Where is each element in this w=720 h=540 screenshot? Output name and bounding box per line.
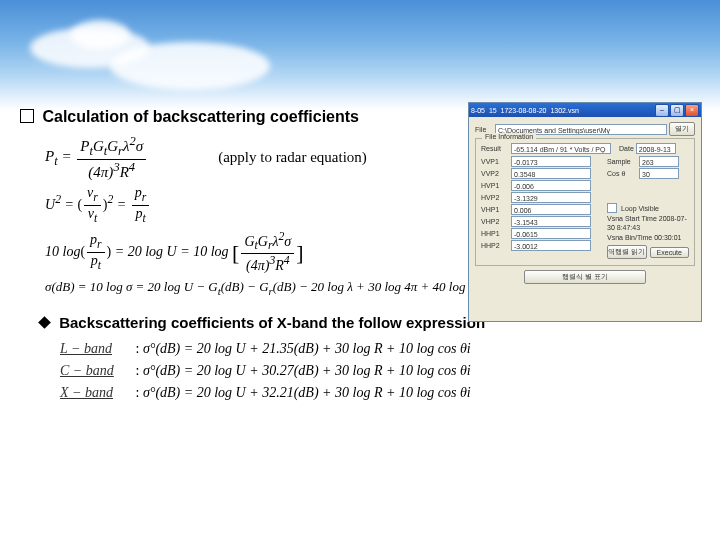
date-label: Date [619, 145, 634, 152]
open-button[interactable]: 열기 [669, 122, 695, 136]
app-window: 8-05_15_1723-08-08-20_1302.vsn – ▢ × Fil… [468, 102, 702, 322]
field-input[interactable]: 0.3548 [511, 168, 591, 179]
close-button[interactable]: × [685, 104, 699, 117]
equation-2: U2 = ( vrvt )2 = prpt [45, 185, 151, 226]
titlebar[interactable]: 8-05_15_1723-08-08-20_1302.vsn – ▢ × [469, 103, 701, 117]
c-band-eq: σ°(dB) = 20 log U + 30.27(dB) + 30 log R… [143, 363, 471, 378]
file-info-panel: File Information Result -65.114 dBm / 91… [475, 138, 695, 266]
apply-note: (apply to radar equation) [218, 149, 367, 166]
date-value[interactable]: 2008-9-13 [636, 143, 676, 154]
equation-4: σ(dB) = 10 log σ = 20 log U − Gt(dB) − G… [45, 279, 477, 297]
heading-text: Calculation of backscattering coefficien… [42, 108, 359, 125]
field-input[interactable]: -3.0012 [511, 240, 591, 251]
field-input[interactable]: -0.0173 [511, 156, 591, 167]
sample-value[interactable]: 263 [639, 156, 679, 167]
diamond-bullet-icon [38, 316, 51, 329]
field-label: HHP1 [481, 230, 509, 237]
vsn-start-label: Vsna Start Time [607, 215, 657, 222]
field-label: HVP1 [481, 182, 509, 189]
loop-checkbox[interactable] [607, 203, 617, 213]
field-input[interactable]: 0.006 [511, 204, 591, 215]
formula-label: Result [481, 145, 509, 152]
field-label: VVP2 [481, 170, 509, 177]
c-band-row: C − band : σ°(dB) = 20 log U + 30.27(dB)… [60, 363, 720, 379]
cos-label: Cos θ [607, 170, 637, 177]
loop-label: Loop Visible [621, 205, 659, 212]
x-band-row: X − band : σ°(dB) = 20 log U + 32.21(dB)… [60, 385, 720, 401]
field-input[interactable]: -0.0615 [511, 228, 591, 239]
read-matrix-button[interactable]: 역행렬 읽기 [607, 245, 647, 259]
cos-value[interactable]: 30 [639, 168, 679, 179]
x-band-label: X − band [60, 385, 132, 401]
field-label: VVP1 [481, 158, 509, 165]
checkbox-bullet-icon [20, 109, 34, 123]
formula-value[interactable]: -65.114 dBm / 91 * Volts / PQ [511, 143, 611, 154]
field-input[interactable]: -3.1329 [511, 192, 591, 203]
subheading-text: Backscattering coefficients of X-band th… [59, 314, 485, 331]
execute-button[interactable]: Execute [650, 247, 690, 258]
footer-button[interactable]: 행렬식 별 표기 [524, 270, 646, 284]
vsn-bin-value: 00:30:01 [654, 234, 681, 241]
l-band-label: L − band [60, 341, 132, 357]
field-label: VHP2 [481, 218, 509, 225]
field-label: HHP2 [481, 242, 509, 249]
sky-banner [0, 0, 720, 110]
l-band-row: L − band : σ°(dB) = 20 log U + 21.35(dB)… [60, 341, 720, 357]
c-band-label: C − band [60, 363, 132, 379]
l-band-eq: σ°(dB) = 20 log U + 21.35(dB) + 30 log R… [143, 341, 471, 356]
field-input[interactable]: -3.1543 [511, 216, 591, 227]
file-label: File [475, 126, 493, 133]
equation-3: 10 log( prpt ) = 20 log U = 10 log [ GtG… [45, 230, 304, 275]
equation-1: Pt = PtGtGrλ2σ (4π)3R4 [45, 134, 148, 181]
minimize-button[interactable]: – [655, 104, 669, 117]
field-input[interactable]: -0.006 [511, 180, 591, 191]
field-label: VHP1 [481, 206, 509, 213]
vsn-bin-label: Vsna Bin/Time [607, 234, 652, 241]
x-band-eq: σ°(dB) = 20 log U + 32.21(dB) + 30 log R… [143, 385, 471, 400]
sample-label: Sample [607, 158, 637, 165]
maximize-button[interactable]: ▢ [670, 104, 684, 117]
panel-title: File Information [482, 133, 536, 140]
field-label: HVP2 [481, 194, 509, 201]
window-title: 8-05_15_1723-08-08-20_1302.vsn [471, 107, 655, 114]
